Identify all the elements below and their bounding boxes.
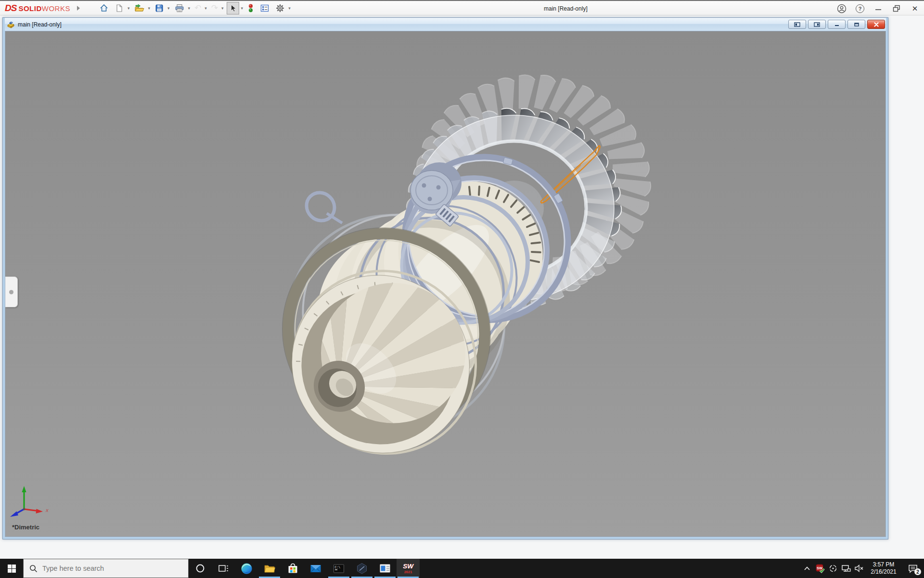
chevron-up-icon — [803, 566, 811, 571]
taskbar-app-edge[interactable] — [235, 559, 258, 578]
jet-engine-model[interactable] — [5, 31, 886, 537]
windows-logo-icon — [8, 565, 16, 573]
taskbar-app-file-explorer[interactable] — [258, 559, 281, 578]
system-tray: SW 3:5 — [800, 559, 924, 578]
task-list-icon — [260, 3, 270, 13]
gear-icon — [275, 3, 285, 13]
open-folder-icon — [134, 3, 144, 13]
edge-icon — [241, 563, 253, 575]
restore-button[interactable] — [887, 1, 906, 16]
doc-minimize-icon — [834, 22, 840, 27]
print-dropdown-caret[interactable]: ▾ — [188, 6, 191, 11]
document-titlebar[interactable]: main [Read-only] — [5, 18, 886, 31]
redo-dropdown-caret[interactable]: ▾ — [221, 6, 224, 11]
hexagon-app-icon — [356, 563, 368, 574]
tray-sw-text: SW — [816, 566, 822, 570]
ds-logo-mark: DS — [5, 3, 16, 13]
search-input[interactable] — [42, 565, 172, 572]
doc-restore-button[interactable] — [847, 20, 865, 29]
terminal-icon: C:\ — [333, 564, 345, 574]
tray-capture-button[interactable] — [826, 559, 839, 578]
taskbar-app-store[interactable] — [281, 559, 304, 578]
notification-badge: 2 — [914, 568, 921, 575]
quick-access-toolbar: ▾ ▾ ▾ — [96, 2, 292, 14]
graphics-viewport[interactable]: x *Dimetric — [5, 31, 886, 537]
print-button[interactable] — [172, 2, 187, 14]
taskbar-app-media[interactable] — [373, 559, 397, 578]
selection-colors-button[interactable] — [245, 2, 256, 14]
task-pane-button[interactable] — [258, 2, 271, 14]
new-document-icon — [115, 3, 124, 13]
help-button[interactable]: ? — [851, 1, 869, 16]
account-icon — [837, 4, 847, 13]
undo-button[interactable]: ↶ — [192, 2, 203, 14]
save-floppy-icon — [154, 3, 164, 13]
open-button[interactable] — [132, 2, 146, 14]
splitter-dot-icon — [9, 290, 13, 294]
minimize-icon — [875, 5, 882, 12]
cortana-icon — [195, 564, 205, 573]
document-window[interactable]: main [Read-only] — [2, 17, 888, 539]
assembly-document-icon — [7, 21, 15, 28]
volume-muted-icon — [854, 564, 864, 573]
minimize-button[interactable] — [869, 1, 887, 16]
taskbar-app-solidworks[interactable]: SW SW 2021 — [397, 559, 420, 578]
notification-center-button[interactable]: 2 — [902, 559, 924, 578]
close-button[interactable]: ✕ — [906, 1, 924, 16]
doc-restore-icon — [854, 22, 860, 27]
select-cursor-icon — [228, 3, 238, 13]
search-icon — [29, 565, 38, 573]
taskbar-app-hexagon[interactable] — [350, 559, 373, 578]
print-icon — [174, 3, 185, 13]
doc-close-icon — [873, 22, 879, 27]
windows-taskbar: C:\ SW SW 2021 — [0, 559, 924, 578]
redo-icon: ↷ — [211, 4, 218, 12]
new-document-button[interactable] — [113, 2, 126, 14]
tile-right-icon — [814, 22, 820, 27]
store-icon — [287, 563, 298, 574]
select-tool-button[interactable] — [227, 2, 239, 14]
taskbar-clock[interactable]: 3:57 PM 2/16/2021 — [865, 559, 902, 578]
tray-chevron-button[interactable] — [800, 559, 813, 578]
options-button[interactable] — [273, 2, 287, 14]
help-icon: ? — [856, 4, 864, 13]
media-app-icon — [379, 564, 391, 573]
tile-left-icon — [794, 22, 800, 27]
capture-icon — [829, 564, 837, 573]
tile-left-button[interactable] — [788, 20, 806, 29]
save-dropdown-caret[interactable]: ▾ — [167, 6, 170, 11]
sw-logo-text: SW — [403, 563, 414, 570]
account-button[interactable] — [833, 1, 851, 16]
redo-button[interactable]: ↷ — [209, 2, 220, 14]
undo-dropdown-caret[interactable]: ▾ — [205, 6, 207, 11]
undo-icon: ↶ — [194, 4, 201, 12]
home-button[interactable] — [97, 2, 111, 14]
task-view-button[interactable] — [212, 559, 235, 578]
taskbar-app-mail[interactable] — [304, 559, 327, 578]
start-button[interactable] — [0, 559, 23, 578]
doc-minimize-button[interactable] — [828, 20, 846, 29]
save-button[interactable] — [153, 2, 166, 14]
triad-x-label: x — [45, 507, 49, 513]
app-titlebar: DS SOLID WORKS ▾ ▾ — [0, 0, 924, 15]
restore-icon — [893, 5, 900, 13]
taskbar-app-terminal[interactable]: C:\ — [327, 559, 350, 578]
toolbar-flyout-arrow-icon[interactable] — [77, 6, 80, 11]
tray-network-button[interactable] — [839, 559, 852, 578]
taskbar-search-box[interactable] — [23, 559, 189, 578]
sw-resource-monitor-icon: SW — [815, 564, 825, 573]
cortana-button[interactable] — [189, 559, 212, 578]
options-dropdown-caret[interactable]: ▾ — [288, 6, 291, 11]
tile-right-button[interactable] — [808, 20, 826, 29]
feature-tree-splitter-tab[interactable] — [5, 276, 18, 307]
view-orientation-label: *Dimetric — [12, 524, 39, 531]
doc-close-button[interactable] — [867, 20, 885, 29]
tray-volume-button[interactable] — [852, 559, 865, 578]
new-dropdown-caret[interactable]: ▾ — [128, 6, 130, 11]
sw-logo-year: 2021 — [404, 570, 412, 574]
window-controls: ? ✕ — [833, 1, 924, 16]
select-dropdown-caret[interactable]: ▾ — [241, 6, 244, 11]
home-icon — [99, 3, 109, 13]
open-dropdown-caret[interactable]: ▾ — [148, 6, 150, 11]
tray-solidworks-monitor[interactable]: SW — [813, 559, 826, 578]
